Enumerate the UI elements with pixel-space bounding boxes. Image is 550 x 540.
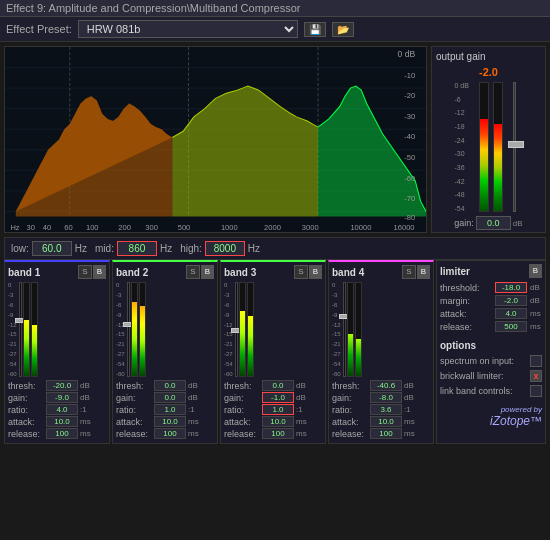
band2-gain-value[interactable]: 0.0 — [154, 392, 186, 403]
crossover-low-group: low: Hz — [11, 241, 87, 256]
band4-release-label: release: — [332, 429, 368, 439]
svg-text:-80: -80 — [404, 213, 415, 222]
gain-label: gain: — [454, 218, 474, 228]
band2-thresh-value[interactable]: 0.0 — [154, 380, 186, 391]
band3-attack-value[interactable]: 10.0 — [262, 416, 294, 427]
band1-attack-value[interactable]: 10.0 — [46, 416, 78, 427]
preset-load-btn[interactable]: 📂 — [332, 22, 354, 37]
crossover-high-group: high: Hz — [180, 241, 260, 256]
band4-thresh-row: thresh: -40.6 dB — [332, 380, 430, 391]
svg-text:30: 30 — [27, 223, 35, 232]
band4-meter1 — [347, 282, 354, 377]
band4-release-value[interactable]: 100 — [370, 428, 402, 439]
title-bar: Effect 9: Amplitude and Compression\Mult… — [0, 0, 550, 17]
band2-bypass-btn[interactable]: B — [201, 265, 214, 279]
crossover-mid-input[interactable] — [117, 241, 157, 256]
option-spectrum-check[interactable] — [530, 355, 542, 367]
band4-bypass-btn[interactable]: B — [417, 265, 430, 279]
band2-meter2 — [139, 282, 146, 377]
svg-text:40: 40 — [43, 223, 51, 232]
band2-thresh-row: thresh: 0.0 dB — [116, 380, 214, 391]
band3-ratio-value[interactable]: 1.0 — [262, 404, 294, 415]
limiter-attack-unit: ms — [530, 309, 541, 318]
band3-release-value[interactable]: 100 — [262, 428, 294, 439]
band3-thresh-value[interactable]: 0.0 — [262, 380, 294, 391]
option-brickwall-check[interactable]: x — [530, 370, 542, 382]
db-label-0: 0 dB — [455, 82, 475, 89]
band2-thresh-label: thresh: — [116, 381, 152, 391]
output-fader-thumb[interactable] — [508, 141, 524, 148]
band1-ratio-unit: :1 — [80, 405, 87, 414]
band3-solo-btn[interactable]: S — [294, 265, 307, 279]
band2-fader-area: 0 -3 -6 -9 -12 -15 -21 -27 -54 -60 — [116, 282, 214, 377]
limiter-margin-value[interactable]: -2.0 — [495, 295, 527, 306]
band4-thresh-value[interactable]: -40.6 — [370, 380, 402, 391]
band4-meter2 — [355, 282, 362, 377]
band1-release-value[interactable]: 100 — [46, 428, 78, 439]
band1-solo-btn[interactable]: S — [78, 265, 91, 279]
band2-release-value[interactable]: 100 — [154, 428, 186, 439]
band4-gain-value[interactable]: -8.0 — [370, 392, 402, 403]
gain-unit: dB — [513, 219, 523, 228]
band3-gain-value[interactable]: -1.0 — [262, 392, 294, 403]
gain-value[interactable]: 0.0 — [476, 216, 511, 230]
band3-ratio-unit: :1 — [296, 405, 303, 414]
band3-gain-unit: dB — [296, 393, 306, 402]
band1-thresh-value[interactable]: -20.0 — [46, 380, 78, 391]
db-label-42: -42 — [455, 178, 475, 185]
bands-container: band 1 S B 0 -3 -6 -9 -12 -15 -21 -27 -5… — [4, 260, 434, 444]
band4-ratio-value[interactable]: 3.6 — [370, 404, 402, 415]
band2-fader[interactable] — [127, 282, 130, 377]
preset-save-btn[interactable]: 💾 — [304, 22, 326, 37]
title-text: Effect 9: Amplitude and Compression\Mult… — [6, 2, 301, 14]
limiter-attack-value[interactable]: 4.0 — [495, 308, 527, 319]
option-linkband-check[interactable] — [530, 385, 542, 397]
band2-ratio-value[interactable]: 1.0 — [154, 404, 186, 415]
limiter-thresh-value[interactable]: -18.0 — [495, 282, 527, 293]
preset-select[interactable]: HRW 081b — [78, 20, 298, 38]
band1-gain-value[interactable]: -9.0 — [46, 392, 78, 403]
band1-release-row: release: 100 ms — [8, 428, 106, 439]
band2-release-label: release: — [116, 429, 152, 439]
band1-attack-unit: ms — [80, 417, 91, 426]
band1-ratio-value[interactable]: 4.0 — [46, 404, 78, 415]
option-spectrum-row: spectrum on input: — [440, 355, 542, 367]
crossover-high-input[interactable] — [205, 241, 245, 256]
spectrum-area[interactable]: 0 dB -10 -20 -30 -40 -50 -60 -70 -80 Hz … — [4, 46, 427, 233]
band2-solo-btn[interactable]: S — [186, 265, 199, 279]
db-label-24: -24 — [455, 137, 475, 144]
band3-panel: band 3 S B 0 -3 -6 -9 -12 -15 -21 -27 -5… — [220, 260, 326, 444]
svg-text:60: 60 — [64, 223, 72, 232]
limiter-margin-unit: dB — [530, 296, 540, 305]
limiter-margin-label: margin: — [440, 296, 492, 306]
band4-attack-label: attack: — [332, 417, 368, 427]
output-meter-right — [493, 82, 503, 212]
limiter-bypass-btn[interactable]: B — [529, 264, 542, 278]
band2-attack-value[interactable]: 10.0 — [154, 416, 186, 427]
band1-bypass-btn[interactable]: B — [93, 265, 106, 279]
band3-bypass-btn[interactable]: B — [309, 265, 322, 279]
output-gain-fader[interactable] — [507, 82, 523, 212]
band4-gain-unit: dB — [404, 393, 414, 402]
band4-ratio-label: ratio: — [332, 405, 368, 415]
crossover-high-label: high: — [180, 243, 202, 254]
band2-release-row: release: 100 ms — [116, 428, 214, 439]
band4-attack-value[interactable]: 10.0 — [370, 416, 402, 427]
svg-text:-40: -40 — [404, 133, 415, 142]
crossover-low-input[interactable] — [32, 241, 72, 256]
band4-solo-btn[interactable]: S — [402, 265, 415, 279]
band1-meter1-fill — [24, 320, 29, 376]
band1-meter2-fill — [32, 325, 37, 376]
band1-fader[interactable] — [19, 282, 22, 377]
option-linkband-label: link band controls: — [440, 386, 513, 396]
band1-attack-row: attack: 10.0 ms — [8, 416, 106, 427]
limiter-release-value[interactable]: 500 — [495, 321, 527, 332]
limiter-header: limiter B — [440, 264, 542, 278]
band3-ratio-label: ratio: — [224, 405, 260, 415]
band3-fader[interactable] — [235, 282, 238, 377]
band3-name: band 3 — [224, 267, 256, 278]
crossover-bar: low: Hz mid: Hz high: Hz — [4, 237, 546, 260]
band2-attack-unit: ms — [188, 417, 199, 426]
band4-fader[interactable] — [343, 282, 346, 377]
limiter-release-row: release: 500 ms — [440, 321, 542, 332]
